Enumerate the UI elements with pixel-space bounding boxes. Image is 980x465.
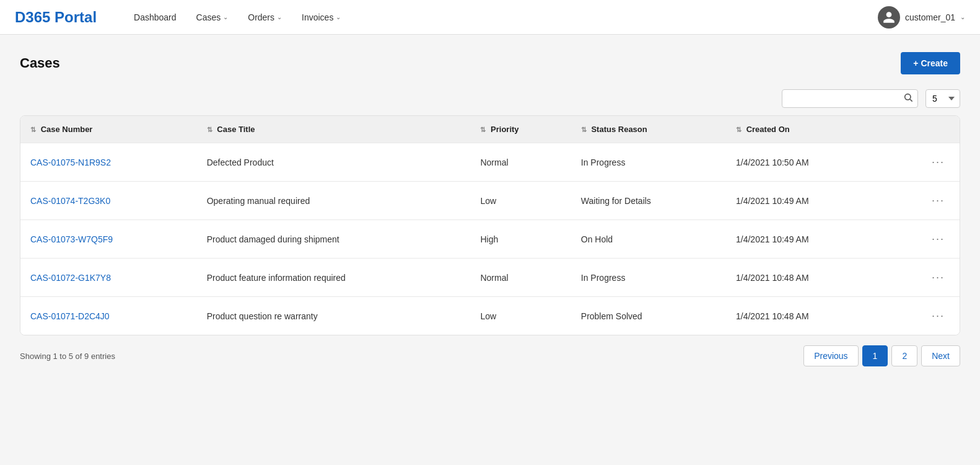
cell-status-3: In Progress xyxy=(571,259,726,297)
search-input[interactable] xyxy=(782,89,918,108)
create-button[interactable]: + Create xyxy=(901,52,960,74)
sort-icon-case-number: ⇅ xyxy=(30,126,36,133)
table-row: CAS-01074-T2G3K0 Operating manual requir… xyxy=(20,182,960,220)
navbar: D365 Portal Dashboard Cases ⌄ Orders ⌄ I… xyxy=(0,0,980,35)
cell-case-number-2: CAS-01073-W7Q5F9 xyxy=(20,220,197,259)
table-body: CAS-01075-N1R9S2 Defected Product Normal… xyxy=(20,143,960,335)
cases-table: ⇅ Case Number ⇅ Case Title ⇅ Priority ⇅ … xyxy=(20,116,960,335)
previous-button[interactable]: Previous xyxy=(803,345,858,366)
col-case-title[interactable]: ⇅ Case Title xyxy=(197,116,471,143)
next-button[interactable]: Next xyxy=(921,345,960,366)
table-row: CAS-01073-W7Q5F9 Product damaged during … xyxy=(20,220,960,259)
case-link-0[interactable]: CAS-01075-N1R9S2 xyxy=(30,157,111,167)
col-actions xyxy=(886,116,960,143)
user-name: customer_01 xyxy=(905,12,955,22)
cell-actions-0: ··· xyxy=(886,143,960,182)
main-content: Cases + Create 5 10 25 ⇅ Case Nu xyxy=(0,35,980,386)
cell-created-3: 1/4/2021 10:48 AM xyxy=(726,259,886,297)
user-chevron-icon: ⌄ xyxy=(960,14,965,20)
nav-orders[interactable]: Orders ⌄ xyxy=(240,7,289,27)
cell-case-number-4: CAS-01071-D2C4J0 xyxy=(20,297,197,335)
user-menu[interactable]: customer_01 ⌄ xyxy=(878,6,965,29)
nav-dashboard[interactable]: Dashboard xyxy=(126,7,184,27)
page-1-button[interactable]: 1 xyxy=(862,345,888,366)
sort-icon-status: ⇅ xyxy=(581,126,587,133)
table-row: CAS-01071-D2C4J0 Product question re war… xyxy=(20,297,960,335)
orders-chevron-icon: ⌄ xyxy=(277,14,282,20)
svg-line-1 xyxy=(910,99,912,102)
table-header: ⇅ Case Number ⇅ Case Title ⇅ Priority ⇅ … xyxy=(20,116,960,143)
showing-text: Showing 1 to 5 of 9 entries xyxy=(20,352,115,361)
case-link-2[interactable]: CAS-01073-W7Q5F9 xyxy=(30,234,113,244)
table-row: CAS-01072-G1K7Y8 Product feature informa… xyxy=(20,259,960,297)
case-link-1[interactable]: CAS-01074-T2G3K0 xyxy=(30,196,110,206)
cell-created-4: 1/4/2021 10:48 AM xyxy=(726,297,886,335)
cell-priority-0: Normal xyxy=(470,143,571,182)
row-actions-button-2[interactable]: ··· xyxy=(927,231,950,247)
svg-point-0 xyxy=(905,94,911,100)
sort-icon-case-title: ⇅ xyxy=(207,126,212,133)
cell-status-0: In Progress xyxy=(571,143,726,182)
sort-icon-priority: ⇅ xyxy=(480,126,486,133)
nav-cases[interactable]: Cases ⌄ xyxy=(189,7,236,27)
toolbar: 5 10 25 xyxy=(20,89,960,108)
cell-case-number-0: CAS-01075-N1R9S2 xyxy=(20,143,197,182)
cell-case-title-2: Product damaged during shipment xyxy=(197,220,471,259)
page-header: Cases + Create xyxy=(20,52,960,74)
cell-actions-2: ··· xyxy=(886,220,960,259)
cell-status-1: Waiting for Details xyxy=(571,182,726,220)
table-row: CAS-01075-N1R9S2 Defected Product Normal… xyxy=(20,143,960,182)
cell-priority-3: Normal xyxy=(470,259,571,297)
cell-case-number-1: CAS-01074-T2G3K0 xyxy=(20,182,197,220)
nav-links: Dashboard Cases ⌄ Orders ⌄ Invoices ⌄ xyxy=(126,7,858,27)
case-link-4[interactable]: CAS-01071-D2C4J0 xyxy=(30,311,110,321)
page-size-select[interactable]: 5 10 25 xyxy=(925,89,960,108)
avatar xyxy=(878,6,900,29)
cell-priority-2: High xyxy=(470,220,571,259)
col-case-number[interactable]: ⇅ Case Number xyxy=(20,116,197,143)
cell-status-2: On Hold xyxy=(571,220,726,259)
pagination: Previous 1 2 Next xyxy=(803,345,960,366)
table-footer: Showing 1 to 5 of 9 entries Previous 1 2… xyxy=(20,335,960,369)
row-actions-button-0[interactable]: ··· xyxy=(927,154,950,170)
col-priority[interactable]: ⇅ Priority xyxy=(470,116,571,143)
cell-actions-4: ··· xyxy=(886,297,960,335)
row-actions-button-1[interactable]: ··· xyxy=(927,193,950,208)
nav-invoices[interactable]: Invoices ⌄ xyxy=(294,7,348,27)
cell-case-title-4: Product question re warranty xyxy=(197,297,471,335)
cell-case-number-3: CAS-01072-G1K7Y8 xyxy=(20,259,197,297)
brand-logo[interactable]: D365 Portal xyxy=(15,9,97,26)
cell-actions-3: ··· xyxy=(886,259,960,297)
cell-priority-1: Low xyxy=(470,182,571,220)
cases-table-container: ⇅ Case Number ⇅ Case Title ⇅ Priority ⇅ … xyxy=(20,115,960,335)
col-status-reason[interactable]: ⇅ Status Reason xyxy=(571,116,726,143)
col-created-on[interactable]: ⇅ Created On xyxy=(726,116,886,143)
page-title: Cases xyxy=(20,55,60,71)
cell-actions-1: ··· xyxy=(886,182,960,220)
invoices-chevron-icon: ⌄ xyxy=(336,14,341,20)
search-button[interactable] xyxy=(903,92,913,105)
cell-created-2: 1/4/2021 10:49 AM xyxy=(726,220,886,259)
cell-created-1: 1/4/2021 10:49 AM xyxy=(726,182,886,220)
cell-case-title-1: Operating manual required xyxy=(197,182,471,220)
cell-status-4: Problem Solved xyxy=(571,297,726,335)
case-link-3[interactable]: CAS-01072-G1K7Y8 xyxy=(30,273,111,283)
cell-created-0: 1/4/2021 10:50 AM xyxy=(726,143,886,182)
cell-case-title-0: Defected Product xyxy=(197,143,471,182)
row-actions-button-4[interactable]: ··· xyxy=(927,308,950,324)
row-actions-button-3[interactable]: ··· xyxy=(927,270,950,285)
search-wrapper xyxy=(782,89,918,108)
page-2-button[interactable]: 2 xyxy=(891,345,917,366)
cases-chevron-icon: ⌄ xyxy=(223,14,228,20)
cell-priority-4: Low xyxy=(470,297,571,335)
cell-case-title-3: Product feature information required xyxy=(197,259,471,297)
sort-icon-created: ⇅ xyxy=(736,126,742,133)
